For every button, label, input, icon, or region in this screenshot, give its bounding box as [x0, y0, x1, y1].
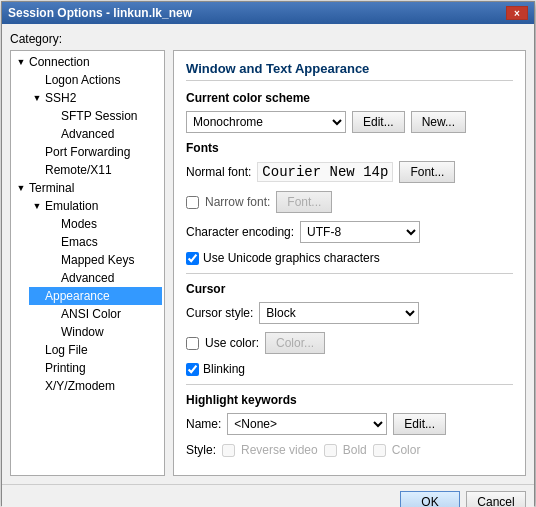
tree-item-label: Remote/X11 [45, 163, 112, 177]
window-title: Session Options - linkun.lk_new [8, 6, 192, 20]
category-label: Category: [10, 32, 526, 46]
expander-icon [45, 234, 61, 250]
color-label: Color [392, 443, 421, 457]
sidebar-item-advanced-term[interactable]: Advanced [45, 269, 162, 287]
sidebar-item-sftp-session[interactable]: SFTP Session [45, 107, 162, 125]
tree-item-label: Modes [61, 217, 97, 231]
tree-item-label: Emulation [45, 199, 98, 213]
sidebar-item-modes[interactable]: Modes [45, 215, 162, 233]
sidebar-item-emacs[interactable]: Emacs [45, 233, 162, 251]
tree-item-label: Appearance [45, 289, 110, 303]
cursor-section-label: Cursor [186, 282, 513, 296]
highlight-name-row: Name: <None> Edit... [186, 413, 513, 435]
highlight-style-label: Style: [186, 443, 216, 457]
unicode-checkbox-row: Use Unicode graphics characters [186, 251, 513, 265]
blinking-checkbox[interactable] [186, 363, 199, 376]
expander-icon [29, 162, 45, 178]
unicode-checkbox[interactable] [186, 252, 199, 265]
sidebar-item-window[interactable]: Window [45, 323, 162, 341]
divider-highlight [186, 384, 513, 385]
sidebar-item-connection[interactable]: ▼ Connection [13, 53, 162, 71]
sidebar-item-ansi-color[interactable]: ANSI Color [45, 305, 162, 323]
panel-title: Window and Text Appearance [186, 61, 513, 81]
cancel-button[interactable]: Cancel [466, 491, 526, 507]
cursor-style-label: Cursor style: [186, 306, 253, 320]
ok-button[interactable]: OK [400, 491, 460, 507]
sidebar-item-ssh2[interactable]: ▼ SSH2 [29, 89, 162, 107]
use-color-label: Use color: [205, 336, 259, 350]
bold-checkbox[interactable] [324, 444, 337, 457]
highlight-section-label: Highlight keywords [186, 393, 513, 407]
expander-icon: ▼ [13, 180, 29, 196]
tree-item-label: Window [61, 325, 104, 339]
sidebar-item-log-file[interactable]: Log File [29, 341, 162, 359]
tree-item-label: SSH2 [45, 91, 76, 105]
close-button[interactable]: × [506, 6, 528, 20]
expander-icon [29, 360, 45, 376]
encoding-select[interactable]: UTF-8 ISO-8859-1 ASCII [300, 221, 420, 243]
main-content: ▼ Connection Logon Actions ▼ SSH2 SFTP S… [10, 50, 526, 476]
color-scheme-select[interactable]: Monochrome White/Black Black/White [186, 111, 346, 133]
right-panel: Window and Text Appearance Current color… [173, 50, 526, 476]
normal-font-value: Courier New 14p [257, 162, 393, 182]
tree-item-label: Terminal [29, 181, 74, 195]
tree-panel: ▼ Connection Logon Actions ▼ SSH2 SFTP S… [10, 50, 165, 476]
highlight-edit-button[interactable]: Edit... [393, 413, 446, 435]
normal-font-row: Normal font: Courier New 14p Font... [186, 161, 513, 183]
reverse-video-checkbox[interactable] [222, 444, 235, 457]
expander-icon [29, 342, 45, 358]
bold-label: Bold [343, 443, 367, 457]
expander-icon [29, 144, 45, 160]
new-color-scheme-button[interactable]: New... [411, 111, 466, 133]
tree-item-label: SFTP Session [61, 109, 137, 123]
blinking-label: Blinking [203, 362, 245, 376]
highlight-name-label: Name: [186, 417, 221, 431]
narrow-font-checkbox[interactable] [186, 196, 199, 209]
expander-icon [29, 378, 45, 394]
cursor-color-row: Use color: Color... [186, 332, 513, 354]
tree-item-label: Printing [45, 361, 86, 375]
encoding-row: Character encoding: UTF-8 ISO-8859-1 ASC… [186, 221, 513, 243]
narrow-font-row: Narrow font: Font... [186, 191, 513, 213]
expander-icon [29, 288, 45, 304]
highlight-name-select[interactable]: <None> [227, 413, 387, 435]
tree-item-label: Advanced [61, 271, 114, 285]
tree-item-label: Emacs [61, 235, 98, 249]
reverse-video-label: Reverse video [241, 443, 318, 457]
title-bar: Session Options - linkun.lk_new × [2, 2, 534, 24]
sidebar-item-mapped-keys[interactable]: Mapped Keys [45, 251, 162, 269]
expander-icon: ▼ [13, 54, 29, 70]
dialog-footer: OK Cancel [2, 484, 534, 507]
sidebar-item-remote-x11[interactable]: Remote/X11 [29, 161, 162, 179]
expander-icon [29, 72, 45, 88]
narrow-font-button[interactable]: Font... [276, 191, 332, 213]
expander-icon [45, 108, 61, 124]
use-color-checkbox[interactable] [186, 337, 199, 350]
sidebar-item-advanced-ssh[interactable]: Advanced [45, 125, 162, 143]
sidebar-item-appearance[interactable]: Appearance [29, 287, 162, 305]
tree-item-label: Logon Actions [45, 73, 120, 87]
tree-item-label: ANSI Color [61, 307, 121, 321]
cursor-style-select[interactable]: Block Underline Bar [259, 302, 419, 324]
expander-icon: ▼ [29, 90, 45, 106]
sidebar-item-logon-actions[interactable]: Logon Actions [29, 71, 162, 89]
cursor-style-row: Cursor style: Block Underline Bar [186, 302, 513, 324]
sidebar-item-emulation[interactable]: ▼ Emulation [29, 197, 162, 215]
highlight-style-row: Style: Reverse video Bold Color [186, 443, 513, 457]
cursor-color-button[interactable]: Color... [265, 332, 325, 354]
color-checkbox[interactable] [373, 444, 386, 457]
sidebar-item-port-forwarding[interactable]: Port Forwarding [29, 143, 162, 161]
blinking-row: Blinking [186, 362, 513, 376]
expander-icon [45, 126, 61, 142]
dialog-window: Session Options - linkun.lk_new × Catego… [1, 1, 535, 506]
dialog-body: Category: ▼ Connection Logon Actions ▼ S… [2, 24, 534, 484]
edit-color-scheme-button[interactable]: Edit... [352, 111, 405, 133]
color-scheme-row: Monochrome White/Black Black/White Edit.… [186, 111, 513, 133]
tree-item-label: Port Forwarding [45, 145, 130, 159]
sidebar-item-printing[interactable]: Printing [29, 359, 162, 377]
expander-icon [45, 216, 61, 232]
normal-font-button[interactable]: Font... [399, 161, 455, 183]
sidebar-item-x-y-zmodem[interactable]: X/Y/Zmodem [29, 377, 162, 395]
expander-icon: ▼ [29, 198, 45, 214]
sidebar-item-terminal[interactable]: ▼ Terminal [13, 179, 162, 197]
